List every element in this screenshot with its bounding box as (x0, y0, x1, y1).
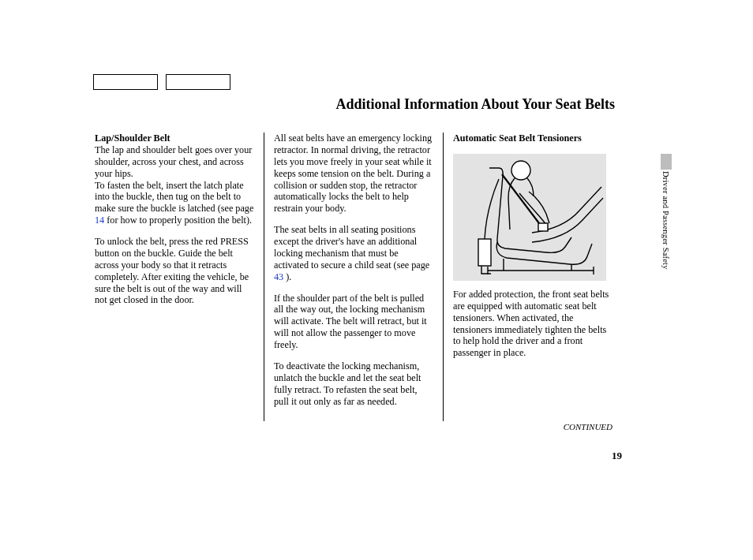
content-columns: Lap/Shoulder Belt The lap and shoulder b… (95, 133, 622, 421)
seat-belt-tensioner-illustration (453, 154, 606, 281)
seat-belt-tensioner-icon (453, 154, 606, 281)
tensioners-heading: Automatic Seat Belt Tensioners (453, 133, 613, 144)
page-link-43[interactable]: 43 (274, 271, 283, 282)
col2-p1: All seat belts have an emergency locking… (274, 133, 433, 215)
page-title: Additional Information About Your Seat B… (335, 96, 615, 113)
side-tab-marker (661, 154, 672, 170)
col2-p2: The seat belts in all seating positions … (274, 224, 433, 282)
column-1: Lap/Shoulder Belt The lap and shoulder b… (95, 133, 264, 421)
top-tab-row (93, 74, 230, 90)
col1-p2b: for how to properly position the belt). (104, 215, 252, 226)
side-tab: Driver and Passenger Safety (661, 154, 671, 292)
col1-p2: To fasten the belt, insert the latch pla… (95, 180, 254, 227)
col1-p1: The lap and shoulder belt goes over your… (95, 144, 252, 179)
svg-rect-2 (478, 239, 491, 266)
svg-point-0 (511, 161, 530, 180)
column-2: All seat belts have an emergency locking… (274, 133, 443, 421)
continued-label: CONTINUED (564, 422, 613, 431)
col2-p2b: ). (283, 271, 291, 282)
col1-p3: To unlock the belt, press the red PRESS … (95, 236, 254, 306)
lap-shoulder-heading: Lap/Shoulder Belt (95, 133, 170, 144)
col2-p2a: The seat belts in all seating positions … (274, 224, 429, 271)
column-separator-1 (264, 133, 264, 421)
page-number: 19 (612, 450, 622, 462)
column-3: Automatic Seat Belt Tensioners (453, 133, 622, 421)
side-tab-label: Driver and Passenger Safety (661, 171, 670, 270)
column-separator-2 (443, 133, 444, 421)
page-link-14[interactable]: 14 (95, 215, 104, 226)
col3-p1: For added protection, the front seat bel… (453, 289, 613, 359)
col2-p3: If the shoulder part of the belt is pull… (274, 293, 433, 351)
svg-rect-1 (538, 223, 548, 231)
tab-box-2[interactable] (166, 74, 230, 90)
col2-p4: To deactivate the locking mechanism, unl… (274, 360, 433, 408)
col1-p2a: To fasten the belt, insert the latch pla… (95, 180, 253, 215)
tab-box-1[interactable] (93, 74, 158, 90)
